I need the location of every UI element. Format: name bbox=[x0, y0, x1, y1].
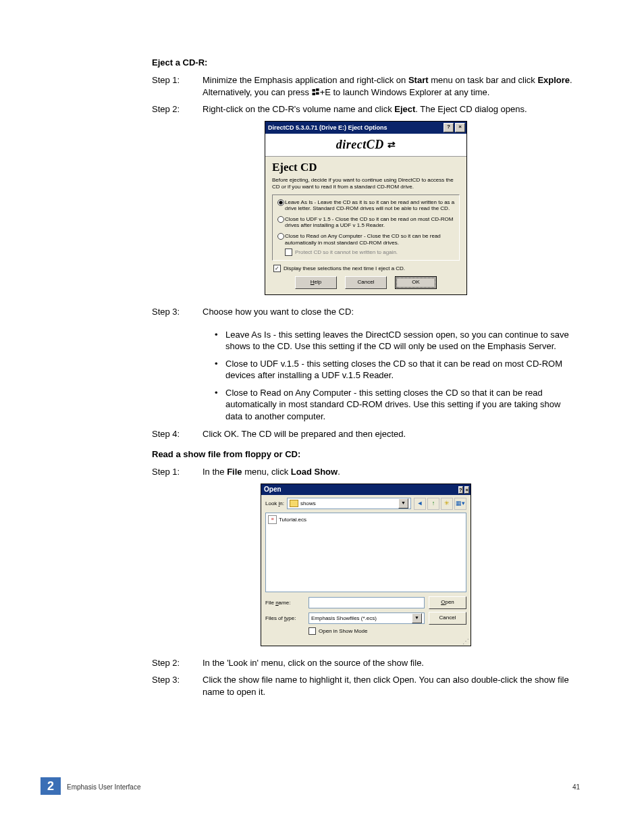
step-label: Step 2: bbox=[152, 657, 203, 669]
step-3-read: Step 3: Click the show file name to high… bbox=[152, 674, 580, 698]
btn-text: elp bbox=[315, 279, 322, 285]
section-heading-eject: Eject a CD-R: bbox=[152, 57, 580, 68]
folder-icon bbox=[290, 500, 298, 507]
display-next-time-checkbox[interactable]: ✓ Display these selections the next time… bbox=[273, 265, 460, 272]
open-button[interactable]: Open bbox=[429, 596, 466, 609]
bullet-icon: • bbox=[215, 358, 225, 382]
checkbox-label: Open in Show Mode bbox=[319, 628, 368, 634]
step-2-eject: Step 2: Right-click on the CD-R's volume… bbox=[152, 103, 580, 115]
bullet-close-udf: • Close to UDF v.1.5 - this setting clos… bbox=[215, 358, 580, 382]
open-file-dialog: Open ? × Look in: shows ▼ ◄ ↑ ✳ ▦▾ bbox=[261, 484, 471, 646]
look-in-combo[interactable]: shows ▼ bbox=[287, 498, 411, 509]
new-folder-icon[interactable]: ✳ bbox=[441, 498, 453, 510]
resize-grip-icon[interactable]: ⋰ bbox=[261, 639, 471, 646]
bullet-text: Close to Read on Any Computer - this set… bbox=[225, 387, 580, 423]
step-2-read: Step 2: In the 'Look in' menu, click on … bbox=[152, 657, 580, 669]
radio-close-udf[interactable]: Close to UDF v 1.5 - Close the CD so it … bbox=[277, 216, 455, 229]
step-body: In the 'Look in' menu, click on the sour… bbox=[203, 657, 580, 669]
checkbox-icon: ✓ bbox=[273, 265, 281, 272]
logo-text: directCD bbox=[336, 138, 384, 151]
radio-label: Leave As Is - Leave the CD as it is so i… bbox=[285, 199, 455, 212]
bullet-leave-as-is: • Leave As Is - this setting leaves the … bbox=[215, 329, 580, 353]
file-type-value: Emphasis Showfiles (*.ecs) bbox=[311, 615, 377, 621]
text: . bbox=[338, 467, 340, 477]
views-icon[interactable]: ▦▾ bbox=[454, 498, 466, 510]
help-button[interactable]: Help bbox=[295, 276, 337, 289]
file-type-label: Files of type: bbox=[265, 615, 304, 621]
step-3-eject: Step 3: Choose how you want to close the… bbox=[152, 306, 580, 318]
dialog-title: DirectCD 5.3.0.71 (Drive E:) Eject Optio… bbox=[268, 124, 387, 131]
svg-rect-3 bbox=[316, 92, 319, 95]
directcd-eject-dialog: DirectCD 5.3.0.71 (Drive E:) Eject Optio… bbox=[265, 121, 467, 296]
bullet-icon: • bbox=[215, 329, 225, 353]
file-menu-ref: File bbox=[227, 467, 242, 477]
cancel-button[interactable]: Cancel bbox=[429, 612, 466, 625]
bullet-icon: • bbox=[215, 387, 225, 423]
open-in-show-mode-checkbox[interactable]: Open in Show Mode bbox=[308, 627, 466, 635]
text: . The Eject CD dialog opens. bbox=[415, 104, 527, 114]
windows-key-icon bbox=[312, 88, 320, 96]
back-icon[interactable]: ◄ bbox=[414, 498, 426, 510]
list-item[interactable]: ≡ Tutorial.ecs bbox=[268, 515, 464, 524]
step-label: Step 3: bbox=[152, 674, 203, 698]
step-4-eject: Step 4: Click OK. The CD will be prepare… bbox=[152, 428, 580, 440]
close-icon[interactable]: × bbox=[464, 486, 469, 494]
footer-chapter-title: Emphasis User Interface bbox=[67, 783, 141, 791]
load-show-ref: Load Show bbox=[291, 467, 338, 477]
help-button-icon[interactable]: ? bbox=[458, 486, 463, 494]
file-list[interactable]: ≡ Tutorial.ecs bbox=[265, 513, 466, 592]
file-name-label: File name: bbox=[265, 600, 304, 606]
radio-label: Close to Read on Any Computer - Close th… bbox=[285, 233, 455, 246]
dialog-heading: Eject CD bbox=[272, 161, 460, 174]
close-icon[interactable]: × bbox=[455, 123, 465, 132]
step-1-read: Step 1: In the File menu, click Load Sho… bbox=[152, 466, 580, 478]
section-heading-read: Read a show file from floppy or CD: bbox=[152, 449, 580, 459]
step-body: Right-click on the CD-R's volume name an… bbox=[203, 103, 580, 115]
start-menu-ref: Start bbox=[408, 75, 429, 85]
step-body: Click the show file name to highlight it… bbox=[203, 674, 580, 698]
radio-close-any[interactable]: Close to Read on Any Computer - Close th… bbox=[277, 233, 455, 246]
dialog-titlebar: DirectCD 5.3.0.71 (Drive E:) Eject Optio… bbox=[265, 122, 466, 134]
chevron-down-icon[interactable]: ▼ bbox=[412, 613, 422, 623]
text: +E to launch Windows Explorer at any tim… bbox=[320, 87, 490, 97]
file-name-input[interactable] bbox=[308, 597, 425, 608]
explore-ref: Explore bbox=[537, 75, 570, 85]
checkbox-label: Display these selections the next time I… bbox=[284, 265, 405, 271]
chevron-down-icon[interactable]: ▼ bbox=[398, 498, 408, 509]
step-body: Minimize the Emphasis application and ri… bbox=[203, 74, 580, 98]
bullet-text: Leave As Is - this setting leaves the Di… bbox=[225, 329, 580, 353]
logo-arrow-icon: ⇄ bbox=[387, 140, 396, 150]
look-in-value: shows bbox=[300, 500, 316, 506]
help-button-icon[interactable]: ? bbox=[444, 123, 454, 132]
ok-button[interactable]: OK bbox=[395, 276, 437, 289]
svg-rect-1 bbox=[316, 88, 319, 91]
dialog-title: Open bbox=[264, 486, 281, 493]
dialog-titlebar: Open ? × bbox=[261, 484, 471, 495]
step-label: Step 2: bbox=[152, 103, 203, 115]
step-body: Choose how you want to close the CD: bbox=[203, 306, 580, 318]
bullet-close-any: • Close to Read on Any Computer - this s… bbox=[215, 387, 580, 423]
svg-rect-0 bbox=[312, 88, 315, 91]
step-label: Step 4: bbox=[152, 428, 203, 440]
showfile-icon: ≡ bbox=[268, 515, 277, 524]
page-number: 41 bbox=[572, 783, 580, 791]
radio-leave-as-is[interactable]: Leave As Is - Leave the CD as it is so i… bbox=[277, 199, 455, 212]
file-type-combo[interactable]: Emphasis Showfiles (*.ecs) ▼ bbox=[308, 613, 425, 624]
step-body: Click OK. The CD will be prepared and th… bbox=[203, 428, 580, 440]
file-name: Tutorial.ecs bbox=[279, 517, 306, 523]
look-in-label: Look in: bbox=[265, 500, 284, 506]
eject-options-group: Leave As Is - Leave the CD as it is so i… bbox=[272, 194, 460, 261]
text: In the bbox=[203, 467, 227, 477]
step-1-eject: Step 1: Minimize the Emphasis applicatio… bbox=[152, 74, 580, 98]
step-label: Step 1: bbox=[152, 74, 203, 98]
step-label: Step 1: bbox=[152, 466, 203, 478]
step-body: In the File menu, click Load Show. bbox=[203, 466, 580, 478]
radio-label: Close to UDF v 1.5 - Close the CD so it … bbox=[285, 216, 455, 229]
dialog-intro: Before ejecting, decide if you want to c… bbox=[272, 177, 460, 190]
up-one-level-icon[interactable]: ↑ bbox=[427, 498, 439, 510]
eject-ref: Eject bbox=[394, 104, 415, 114]
text: menu, click bbox=[242, 467, 291, 477]
cancel-button[interactable]: Cancel bbox=[345, 276, 387, 289]
protect-checkbox-row: Protect CD so it cannot be written to ag… bbox=[285, 249, 455, 256]
text: Right-click on the CD-R's volume name an… bbox=[203, 104, 394, 114]
